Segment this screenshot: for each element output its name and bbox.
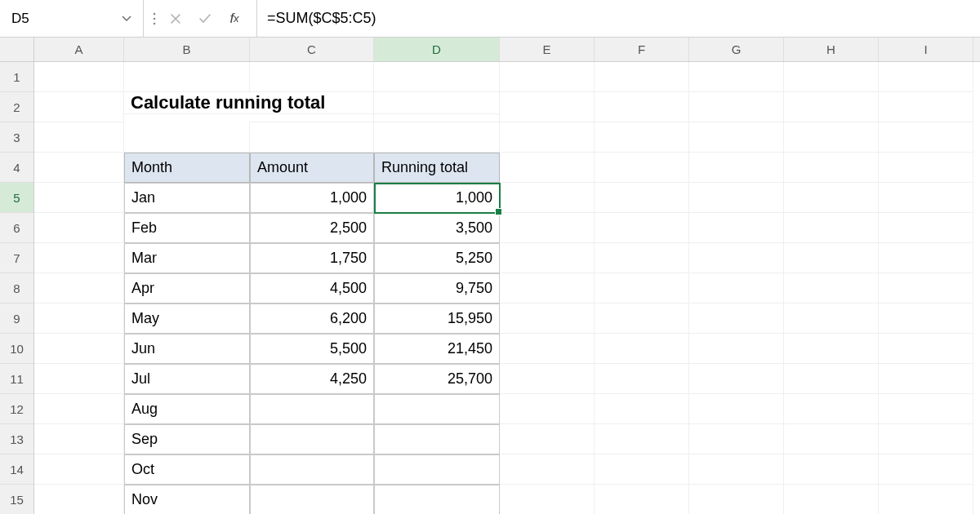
cell[interactable] xyxy=(879,334,973,364)
cell[interactable] xyxy=(595,183,689,213)
table-header-running[interactable]: Running total xyxy=(374,153,500,183)
table-cell-running[interactable]: 5,250 xyxy=(374,243,500,273)
cell[interactable] xyxy=(500,243,595,273)
cell[interactable] xyxy=(689,183,784,213)
table-cell-amount[interactable]: 1,750 xyxy=(250,243,374,273)
row-header[interactable]: 4 xyxy=(0,153,33,183)
select-all-corner[interactable] xyxy=(0,38,34,61)
cell[interactable] xyxy=(34,394,124,424)
cell[interactable] xyxy=(689,273,784,304)
name-box[interactable]: D5 xyxy=(0,0,144,37)
col-header-E[interactable]: E xyxy=(500,38,595,61)
table-header-amount[interactable]: Amount xyxy=(250,153,374,183)
row-header[interactable]: 15 xyxy=(0,485,33,514)
cell[interactable] xyxy=(689,213,784,243)
row-header[interactable]: 9 xyxy=(0,304,33,334)
cell[interactable] xyxy=(879,153,973,183)
cell[interactable] xyxy=(34,273,124,304)
table-cell-amount[interactable] xyxy=(250,394,374,424)
table-cell-amount[interactable]: 6,200 xyxy=(250,304,374,334)
cell[interactable] xyxy=(689,62,784,92)
row-header[interactable]: 1 xyxy=(0,62,33,92)
table-cell-month[interactable]: Feb xyxy=(124,213,250,243)
cell[interactable] xyxy=(595,485,689,514)
cell[interactable] xyxy=(689,364,784,394)
cell[interactable] xyxy=(500,122,595,153)
fx-icon[interactable]: fx xyxy=(220,5,252,33)
cell[interactable] xyxy=(34,153,124,183)
row-header[interactable]: 3 xyxy=(0,122,33,153)
row-header[interactable]: 11 xyxy=(0,364,33,394)
cell[interactable] xyxy=(595,62,689,92)
row-header[interactable]: 7 xyxy=(0,243,33,273)
cell[interactable] xyxy=(500,394,595,424)
cell[interactable] xyxy=(784,424,879,454)
cell[interactable] xyxy=(34,364,124,394)
table-cell-amount[interactable]: 4,500 xyxy=(250,273,374,304)
formula-input[interactable]: =SUM($C$5:C5) xyxy=(257,0,980,37)
cell[interactable] xyxy=(879,424,973,454)
cell[interactable] xyxy=(34,485,124,514)
cell[interactable] xyxy=(879,485,973,514)
cell[interactable] xyxy=(784,334,879,364)
cell[interactable] xyxy=(689,304,784,334)
cell[interactable] xyxy=(784,62,879,92)
cell[interactable] xyxy=(689,243,784,273)
table-cell-month[interactable]: Oct xyxy=(124,454,250,485)
cell[interactable] xyxy=(595,122,689,153)
chevron-down-icon[interactable] xyxy=(118,9,135,28)
cell[interactable] xyxy=(595,334,689,364)
cell[interactable] xyxy=(879,273,973,304)
table-cell-month[interactable]: Nov xyxy=(124,485,250,514)
table-cell-month[interactable]: Apr xyxy=(124,273,250,304)
cell[interactable] xyxy=(784,243,879,273)
cell[interactable] xyxy=(124,62,250,92)
cell[interactable] xyxy=(784,304,879,334)
row-header[interactable]: 10 xyxy=(0,334,33,364)
cell[interactable] xyxy=(784,183,879,213)
cell[interactable] xyxy=(784,364,879,394)
col-header-G[interactable]: G xyxy=(689,38,784,61)
table-cell-month[interactable]: May xyxy=(124,304,250,334)
cell[interactable] xyxy=(500,485,595,514)
cell[interactable] xyxy=(784,122,879,153)
cell[interactable] xyxy=(500,454,595,485)
table-cell-running[interactable]: 21,450 xyxy=(374,334,500,364)
cell[interactable] xyxy=(689,122,784,153)
cell[interactable] xyxy=(595,454,689,485)
cell[interactable] xyxy=(500,62,595,92)
col-header-D[interactable]: D xyxy=(374,38,500,61)
cell[interactable] xyxy=(879,183,973,213)
cell[interactable] xyxy=(689,424,784,454)
cell[interactable] xyxy=(500,424,595,454)
cell[interactable] xyxy=(250,122,374,153)
table-cell-amount[interactable] xyxy=(250,424,374,454)
table-cell-running[interactable] xyxy=(374,454,500,485)
cell[interactable] xyxy=(879,213,973,243)
table-cell-month[interactable]: Jan xyxy=(124,183,250,213)
cell[interactable] xyxy=(879,122,973,153)
table-cell-month[interactable]: Jul xyxy=(124,364,250,394)
cell[interactable] xyxy=(784,273,879,304)
cell[interactable] xyxy=(784,394,879,424)
cell[interactable] xyxy=(34,424,124,454)
cell[interactable] xyxy=(784,92,879,122)
table-cell-running[interactable]: 15,950 xyxy=(374,304,500,334)
table-cell-amount[interactable]: 5,500 xyxy=(250,334,374,364)
col-header-C[interactable]: C xyxy=(250,38,374,61)
cell[interactable] xyxy=(595,92,689,122)
cell[interactable] xyxy=(689,485,784,514)
table-cell-amount[interactable]: 1,000 xyxy=(250,183,374,213)
cell[interactable] xyxy=(500,304,595,334)
cell[interactable] xyxy=(500,92,595,122)
cell[interactable] xyxy=(500,153,595,183)
cell[interactable] xyxy=(250,62,374,92)
cell[interactable] xyxy=(879,364,973,394)
cell[interactable] xyxy=(879,62,973,92)
col-header-A[interactable]: A xyxy=(34,38,124,61)
cell[interactable] xyxy=(34,213,124,243)
table-header-month[interactable]: Month xyxy=(124,153,250,183)
confirm-icon[interactable] xyxy=(191,5,219,33)
cell[interactable] xyxy=(595,304,689,334)
cell[interactable] xyxy=(374,62,500,92)
